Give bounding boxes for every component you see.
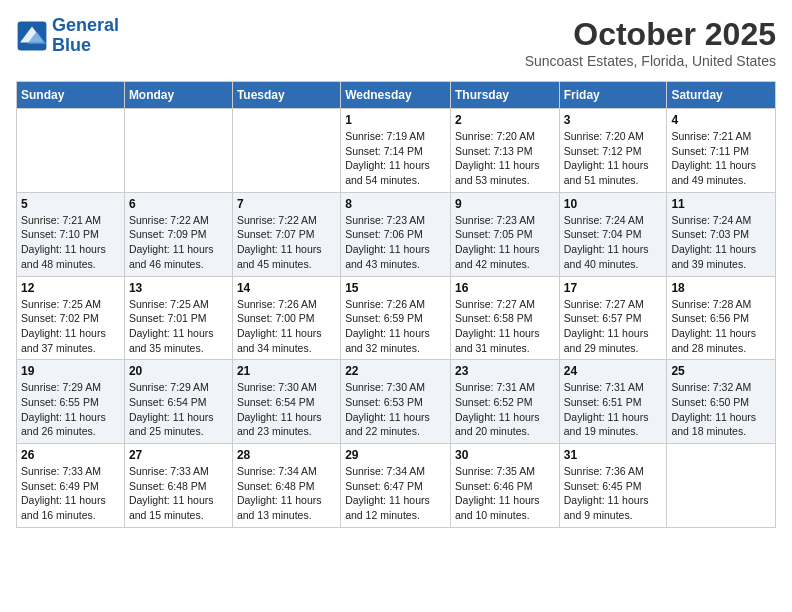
calendar-cell: 25Sunrise: 7:32 AM Sunset: 6:50 PM Dayli…: [667, 360, 776, 444]
day-number: 6: [129, 197, 228, 211]
day-number: 2: [455, 113, 555, 127]
day-number: 25: [671, 364, 771, 378]
day-number: 14: [237, 281, 336, 295]
calendar-cell: 8Sunrise: 7:23 AM Sunset: 7:06 PM Daylig…: [341, 192, 451, 276]
day-number: 23: [455, 364, 555, 378]
header-cell-monday: Monday: [124, 82, 232, 109]
header-row: SundayMondayTuesdayWednesdayThursdayFrid…: [17, 82, 776, 109]
day-info: Sunrise: 7:30 AM Sunset: 6:54 PM Dayligh…: [237, 380, 336, 439]
day-number: 19: [21, 364, 120, 378]
day-info: Sunrise: 7:21 AM Sunset: 7:11 PM Dayligh…: [671, 129, 771, 188]
day-number: 27: [129, 448, 228, 462]
day-info: Sunrise: 7:32 AM Sunset: 6:50 PM Dayligh…: [671, 380, 771, 439]
calendar-cell: 11Sunrise: 7:24 AM Sunset: 7:03 PM Dayli…: [667, 192, 776, 276]
day-info: Sunrise: 7:24 AM Sunset: 7:03 PM Dayligh…: [671, 213, 771, 272]
day-number: 28: [237, 448, 336, 462]
day-number: 26: [21, 448, 120, 462]
day-number: 10: [564, 197, 663, 211]
logo-text: General Blue: [52, 16, 119, 56]
calendar-cell: 16Sunrise: 7:27 AM Sunset: 6:58 PM Dayli…: [450, 276, 559, 360]
day-info: Sunrise: 7:36 AM Sunset: 6:45 PM Dayligh…: [564, 464, 663, 523]
title-block: October 2025 Suncoast Estates, Florida, …: [525, 16, 776, 69]
day-info: Sunrise: 7:26 AM Sunset: 7:00 PM Dayligh…: [237, 297, 336, 356]
day-info: Sunrise: 7:33 AM Sunset: 6:49 PM Dayligh…: [21, 464, 120, 523]
day-info: Sunrise: 7:20 AM Sunset: 7:13 PM Dayligh…: [455, 129, 555, 188]
day-info: Sunrise: 7:23 AM Sunset: 7:06 PM Dayligh…: [345, 213, 446, 272]
calendar-week-2: 5Sunrise: 7:21 AM Sunset: 7:10 PM Daylig…: [17, 192, 776, 276]
calendar-cell: 17Sunrise: 7:27 AM Sunset: 6:57 PM Dayli…: [559, 276, 667, 360]
calendar-cell: 12Sunrise: 7:25 AM Sunset: 7:02 PM Dayli…: [17, 276, 125, 360]
day-info: Sunrise: 7:23 AM Sunset: 7:05 PM Dayligh…: [455, 213, 555, 272]
calendar-cell: 24Sunrise: 7:31 AM Sunset: 6:51 PM Dayli…: [559, 360, 667, 444]
day-number: 8: [345, 197, 446, 211]
day-number: 3: [564, 113, 663, 127]
calendar-cell: 1Sunrise: 7:19 AM Sunset: 7:14 PM Daylig…: [341, 109, 451, 193]
day-info: Sunrise: 7:24 AM Sunset: 7:04 PM Dayligh…: [564, 213, 663, 272]
day-number: 21: [237, 364, 336, 378]
calendar-cell: 22Sunrise: 7:30 AM Sunset: 6:53 PM Dayli…: [341, 360, 451, 444]
calendar-week-5: 26Sunrise: 7:33 AM Sunset: 6:49 PM Dayli…: [17, 444, 776, 528]
day-info: Sunrise: 7:19 AM Sunset: 7:14 PM Dayligh…: [345, 129, 446, 188]
day-info: Sunrise: 7:27 AM Sunset: 6:57 PM Dayligh…: [564, 297, 663, 356]
calendar-table: SundayMondayTuesdayWednesdayThursdayFrid…: [16, 81, 776, 528]
day-number: 13: [129, 281, 228, 295]
day-info: Sunrise: 7:31 AM Sunset: 6:52 PM Dayligh…: [455, 380, 555, 439]
header-cell-tuesday: Tuesday: [232, 82, 340, 109]
header-cell-saturday: Saturday: [667, 82, 776, 109]
header-cell-friday: Friday: [559, 82, 667, 109]
day-info: Sunrise: 7:27 AM Sunset: 6:58 PM Dayligh…: [455, 297, 555, 356]
day-number: 1: [345, 113, 446, 127]
day-info: Sunrise: 7:29 AM Sunset: 6:54 PM Dayligh…: [129, 380, 228, 439]
calendar-cell: 21Sunrise: 7:30 AM Sunset: 6:54 PM Dayli…: [232, 360, 340, 444]
day-number: 12: [21, 281, 120, 295]
day-number: 18: [671, 281, 771, 295]
calendar-cell: 10Sunrise: 7:24 AM Sunset: 7:04 PM Dayli…: [559, 192, 667, 276]
day-info: Sunrise: 7:22 AM Sunset: 7:09 PM Dayligh…: [129, 213, 228, 272]
calendar-header: SundayMondayTuesdayWednesdayThursdayFrid…: [17, 82, 776, 109]
day-number: 11: [671, 197, 771, 211]
day-info: Sunrise: 7:25 AM Sunset: 7:02 PM Dayligh…: [21, 297, 120, 356]
calendar-cell: 23Sunrise: 7:31 AM Sunset: 6:52 PM Dayli…: [450, 360, 559, 444]
calendar-cell: [124, 109, 232, 193]
day-info: Sunrise: 7:30 AM Sunset: 6:53 PM Dayligh…: [345, 380, 446, 439]
month-title: October 2025: [525, 16, 776, 53]
day-number: 16: [455, 281, 555, 295]
day-info: Sunrise: 7:31 AM Sunset: 6:51 PM Dayligh…: [564, 380, 663, 439]
day-info: Sunrise: 7:21 AM Sunset: 7:10 PM Dayligh…: [21, 213, 120, 272]
day-info: Sunrise: 7:25 AM Sunset: 7:01 PM Dayligh…: [129, 297, 228, 356]
day-number: 29: [345, 448, 446, 462]
calendar-cell: 31Sunrise: 7:36 AM Sunset: 6:45 PM Dayli…: [559, 444, 667, 528]
calendar-cell: 13Sunrise: 7:25 AM Sunset: 7:01 PM Dayli…: [124, 276, 232, 360]
header-cell-wednesday: Wednesday: [341, 82, 451, 109]
day-info: Sunrise: 7:34 AM Sunset: 6:47 PM Dayligh…: [345, 464, 446, 523]
calendar-cell: 4Sunrise: 7:21 AM Sunset: 7:11 PM Daylig…: [667, 109, 776, 193]
day-info: Sunrise: 7:35 AM Sunset: 6:46 PM Dayligh…: [455, 464, 555, 523]
page-header: General Blue October 2025 Suncoast Estat…: [16, 16, 776, 69]
day-number: 9: [455, 197, 555, 211]
calendar-cell: [667, 444, 776, 528]
day-number: 22: [345, 364, 446, 378]
header-cell-thursday: Thursday: [450, 82, 559, 109]
day-number: 7: [237, 197, 336, 211]
day-number: 30: [455, 448, 555, 462]
calendar-cell: 2Sunrise: 7:20 AM Sunset: 7:13 PM Daylig…: [450, 109, 559, 193]
day-info: Sunrise: 7:26 AM Sunset: 6:59 PM Dayligh…: [345, 297, 446, 356]
calendar-cell: [17, 109, 125, 193]
header-cell-sunday: Sunday: [17, 82, 125, 109]
calendar-cell: 6Sunrise: 7:22 AM Sunset: 7:09 PM Daylig…: [124, 192, 232, 276]
location-subtitle: Suncoast Estates, Florida, United States: [525, 53, 776, 69]
calendar-cell: 27Sunrise: 7:33 AM Sunset: 6:48 PM Dayli…: [124, 444, 232, 528]
calendar-cell: 7Sunrise: 7:22 AM Sunset: 7:07 PM Daylig…: [232, 192, 340, 276]
calendar-week-3: 12Sunrise: 7:25 AM Sunset: 7:02 PM Dayli…: [17, 276, 776, 360]
day-info: Sunrise: 7:20 AM Sunset: 7:12 PM Dayligh…: [564, 129, 663, 188]
day-number: 24: [564, 364, 663, 378]
calendar-cell: 14Sunrise: 7:26 AM Sunset: 7:00 PM Dayli…: [232, 276, 340, 360]
logo: General Blue: [16, 16, 119, 56]
day-number: 31: [564, 448, 663, 462]
day-number: 20: [129, 364, 228, 378]
calendar-cell: 30Sunrise: 7:35 AM Sunset: 6:46 PM Dayli…: [450, 444, 559, 528]
calendar-cell: 9Sunrise: 7:23 AM Sunset: 7:05 PM Daylig…: [450, 192, 559, 276]
logo-general: General: [52, 15, 119, 35]
calendar-cell: 15Sunrise: 7:26 AM Sunset: 6:59 PM Dayli…: [341, 276, 451, 360]
day-number: 15: [345, 281, 446, 295]
